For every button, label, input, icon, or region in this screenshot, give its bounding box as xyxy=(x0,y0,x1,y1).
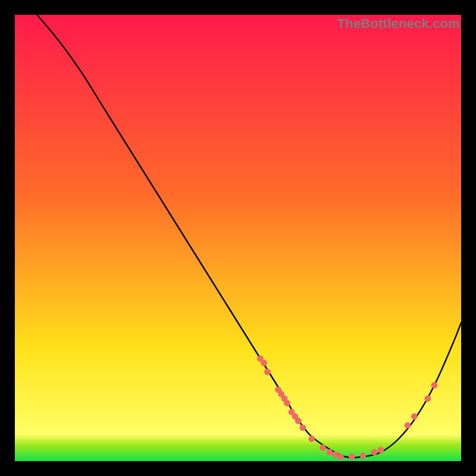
data-marker xyxy=(337,453,344,460)
data-marker xyxy=(411,414,418,420)
watermark-text: TheBottleneck.com xyxy=(337,16,460,32)
data-marker xyxy=(299,424,306,431)
data-marker xyxy=(284,400,290,406)
data-marker xyxy=(405,422,411,429)
data-marker xyxy=(261,360,267,367)
data-marker xyxy=(431,382,438,389)
data-marker xyxy=(371,449,377,456)
data-marker xyxy=(349,453,355,460)
data-marker xyxy=(360,453,367,459)
chart-frame: TheBottleneck.com xyxy=(15,15,461,461)
data-marker xyxy=(326,449,333,456)
data-marker xyxy=(308,436,315,442)
data-markers xyxy=(15,15,461,461)
data-marker xyxy=(378,447,384,453)
data-marker xyxy=(424,396,431,402)
data-marker xyxy=(320,444,326,451)
data-marker xyxy=(264,369,271,375)
data-marker xyxy=(295,418,302,424)
